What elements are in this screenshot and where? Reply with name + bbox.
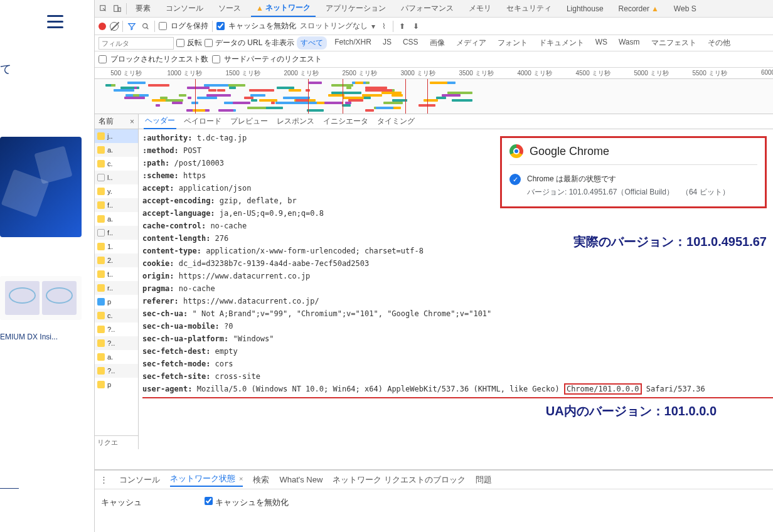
timeline-overview[interactable]	[95, 79, 773, 114]
network-details: 名前 × j..a.c.l..y.f..a.f..1.2.t..r..pc.?.…	[95, 114, 773, 449]
tab-Recorder[interactable]: Recorder▲	[614, 0, 664, 17]
close-icon[interactable]: ×	[239, 475, 243, 482]
detail-tab-レスポンス[interactable]: レスポンス	[275, 114, 316, 129]
request-row[interactable]: f..	[95, 198, 138, 212]
inspect-icon[interactable]	[99, 4, 109, 14]
waterfall-bar	[292, 102, 317, 104]
drawer-disable-cache[interactable]: キャッシュを無効化	[205, 497, 289, 508]
request-row[interactable]: t..	[95, 267, 138, 281]
filter-type-すべて[interactable]: すべて	[297, 36, 327, 50]
request-footer: リクエ	[95, 435, 138, 449]
wifi-icon[interactable]: ⌇	[379, 21, 389, 31]
tab-コンソール[interactable]: コンソール	[161, 0, 208, 17]
clear-icon[interactable]	[110, 22, 119, 31]
request-row[interactable]: ?..	[95, 364, 138, 378]
filter-type-ドキュメント[interactable]: ドキュメント	[535, 36, 588, 50]
throttling-select[interactable]: スロットリングなし	[300, 21, 368, 31]
tab-パフォーマンス[interactable]: パフォーマンス	[396, 0, 459, 17]
drawer-tab-問題[interactable]: 問題	[476, 474, 492, 486]
waterfall-bar	[328, 94, 344, 97]
request-row[interactable]: p	[95, 378, 138, 391]
filter-type-画像[interactable]: 画像	[426, 36, 449, 50]
invert-checkbox[interactable]	[176, 39, 184, 47]
detail-tab-ペイロード[interactable]: ペイロード	[183, 114, 223, 129]
tab-セキュリティ[interactable]: セキュリティ	[501, 0, 557, 17]
request-row[interactable]: j..	[95, 129, 138, 143]
request-row[interactable]: c.	[95, 157, 138, 171]
file-icon	[97, 174, 105, 181]
device-icon[interactable]	[112, 4, 122, 14]
filter-icon[interactable]	[127, 21, 137, 31]
request-row[interactable]: c.	[95, 309, 138, 322]
menu-icon[interactable]	[47, 15, 63, 28]
ruler-tick: 1000 ミリ秒	[167, 69, 201, 78]
search-icon[interactable]	[141, 21, 151, 31]
tab-メモリ[interactable]: メモリ	[464, 0, 496, 17]
tab-ソース[interactable]: ソース	[213, 0, 246, 17]
waterfall-bar	[289, 89, 301, 92]
waterfall-bar	[452, 99, 472, 102]
filter-type-フォント[interactable]: フォント	[494, 36, 531, 50]
chevron-down-icon[interactable]: ▾	[371, 22, 375, 31]
request-row[interactable]: a.	[95, 143, 138, 157]
drawer-tab-ネットワーク状態[interactable]: ネットワーク状態×	[170, 473, 243, 487]
filter-input[interactable]	[99, 37, 174, 50]
third-party-checkbox[interactable]	[212, 55, 220, 63]
tab-Lighthouse[interactable]: Lighthouse	[562, 0, 609, 17]
filter-type-メディア[interactable]: メディア	[452, 36, 490, 50]
filter-type-その他[interactable]: その他	[704, 36, 734, 50]
drawer-tab-What's New[interactable]: What's New	[279, 475, 323, 484]
ruler-tick: 4500 ミリ秒	[575, 69, 610, 78]
detail-tab-ヘッダー[interactable]: ヘッダー	[144, 114, 176, 129]
filter-type-CSS[interactable]: CSS	[399, 36, 422, 50]
detail-tab-イニシエータ[interactable]: イニシエータ	[322, 114, 370, 129]
request-row[interactable]: 2.	[95, 253, 138, 267]
close-icon[interactable]: ×	[130, 117, 134, 126]
filter-type-WS[interactable]: WS	[592, 36, 611, 50]
request-row[interactable]: r..	[95, 281, 138, 295]
request-row[interactable]: 1.	[95, 240, 138, 253]
request-row[interactable]: a.	[95, 350, 138, 364]
upload-icon[interactable]: ⬆	[397, 21, 407, 31]
record-icon[interactable]	[99, 23, 106, 30]
preserve-log-checkbox[interactable]	[159, 22, 167, 30]
request-name: ?..	[107, 339, 115, 347]
request-name: c.	[107, 312, 113, 319]
waterfall-bar	[187, 87, 210, 89]
drawer-tab-検索[interactable]: 検索	[253, 474, 269, 486]
request-row[interactable]: ?..	[95, 336, 138, 350]
detail-tab-プレビュー[interactable]: プレビュー	[229, 114, 269, 129]
request-row[interactable]: a.	[95, 212, 138, 226]
tab-ネットワーク[interactable]: ▲ネットワーク	[251, 0, 316, 17]
more-icon[interactable]: ⋮	[100, 475, 109, 484]
tab-アプリケーション[interactable]: アプリケーション	[321, 0, 391, 17]
blocked-requests-checkbox[interactable]	[99, 55, 107, 63]
file-icon	[97, 367, 105, 375]
request-row[interactable]: ?..	[95, 322, 138, 336]
drawer-disable-cache-checkbox[interactable]	[205, 497, 213, 505]
file-icon	[97, 243, 105, 250]
filter-type-JS[interactable]: JS	[379, 36, 395, 50]
request-row[interactable]: p	[95, 295, 138, 309]
drawer-tab-コンソール[interactable]: コンソール	[119, 474, 160, 486]
request-row[interactable]: y.	[95, 184, 138, 198]
filter-type-マニフェスト[interactable]: マニフェスト	[648, 36, 700, 50]
tab-要素[interactable]: 要素	[131, 0, 156, 17]
filter-type-Wasm[interactable]: Wasm	[615, 36, 644, 50]
filter-type-Fetch/XHR[interactable]: Fetch/XHR	[331, 36, 375, 50]
drawer-tab-ネットワーク リクエストのブロック[interactable]: ネットワーク リクエストのブロック	[333, 474, 466, 486]
disable-cache-checkbox[interactable]	[216, 22, 225, 30]
request-row[interactable]: l..	[95, 171, 138, 184]
download-icon[interactable]: ⬇	[411, 21, 421, 31]
request-name: t..	[107, 270, 113, 278]
tab-Web S[interactable]: Web S	[669, 0, 701, 17]
ruler-tick: 4000 ミリ秒	[517, 69, 552, 78]
header-line: pragma: no-cache	[142, 282, 773, 295]
detail-tab-タイミング[interactable]: タイミング	[376, 114, 416, 129]
timeline-ruler[interactable]: 500 ミリ秒1000 ミリ秒1500 ミリ秒2000 ミリ秒2500 ミリ秒3…	[95, 68, 773, 79]
waterfall-bar	[362, 94, 381, 97]
waterfall-bar	[346, 87, 351, 89]
request-row[interactable]: f..	[95, 226, 138, 240]
hide-data-url-checkbox[interactable]	[205, 39, 213, 47]
waterfall-bar	[376, 107, 393, 109]
